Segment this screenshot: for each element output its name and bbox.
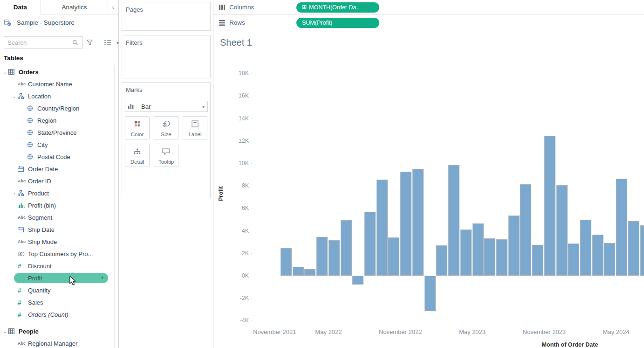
filter-fields-icon[interactable]	[87, 40, 97, 45]
field-quantity[interactable]: #Quantity	[0, 284, 114, 296]
field-discount[interactable]: #Discount	[0, 260, 114, 272]
chevron-right-icon[interactable]: ›	[11, 191, 18, 196]
shelf-cards-pane: Pages Filters Marks Bar ▾ ColorSizeLabel…	[119, 0, 213, 348]
tab-data[interactable]: Data	[0, 0, 41, 14]
field-label: Segment	[28, 214, 52, 221]
bar-jun-2023[interactable]	[484, 238, 495, 276]
datasource-row[interactable]: Sample - Superstore	[0, 15, 118, 30]
sidebar-scrollbar[interactable]	[114, 65, 115, 348]
bar-dec-2023[interactable]	[556, 185, 568, 276]
bar-jul-2024[interactable]	[640, 225, 644, 276]
field-profit[interactable]: #Profit▾	[0, 272, 114, 284]
y-tickmark	[251, 253, 252, 254]
tooltip-button[interactable]: Tooltip	[154, 144, 178, 167]
bar-jan-2022[interactable]	[281, 248, 292, 276]
field-state-province[interactable]: State/Province	[0, 126, 114, 139]
bar-oct-2023[interactable]	[532, 245, 543, 276]
bar-feb-2024[interactable]	[580, 220, 591, 276]
bar-apr-2022[interactable]	[316, 237, 328, 276]
columns-icon	[219, 5, 225, 10]
field-order-date[interactable]: Order Date	[0, 163, 114, 175]
chevron-down-icon[interactable]: ⌄	[2, 329, 8, 334]
field-orders[interactable]: ⌄Orders	[0, 66, 114, 78]
bar-jun-2024[interactable]	[628, 221, 639, 276]
field-people[interactable]: ⌄People	[0, 325, 114, 337]
bar-mark-icon	[128, 104, 138, 109]
field-sales[interactable]: #Sales	[0, 296, 114, 308]
table-icon	[8, 328, 19, 334]
number-icon: #	[18, 263, 28, 270]
bar-may-2022[interactable]	[329, 240, 340, 276]
bar-aug-2023[interactable]	[508, 216, 520, 276]
bar-jun-2022[interactable]	[341, 220, 352, 276]
field-label: Customer Name	[28, 81, 72, 88]
field-label: Region	[37, 117, 56, 124]
field-segment[interactable]: AbcSegment	[0, 211, 114, 223]
bar-nov-2022[interactable]	[400, 172, 411, 276]
view-options-caret-icon[interactable]: ▾	[116, 40, 119, 45]
bar-mar-2023[interactable]	[448, 165, 459, 276]
filters-shelf[interactable]: Filters	[122, 35, 211, 78]
field-location[interactable]: ⌄Location	[0, 90, 114, 102]
chevron-down-icon[interactable]: ⌄	[11, 94, 18, 99]
field-ship-mode[interactable]: AbcShip Mode	[0, 236, 114, 248]
detail-button[interactable]: Detail	[125, 144, 150, 167]
bar-mar-2022[interactable]	[304, 269, 315, 276]
pill-sum-profit[interactable]: SUM(Profit)	[296, 18, 379, 28]
chart-area: Sheet 1 Profit 18K16K14K12K10K8K6K4K2K0K…	[213, 31, 644, 348]
field-region[interactable]: Region	[0, 114, 114, 126]
bar-jul-2023[interactable]	[496, 239, 507, 276]
bar-sep-2023[interactable]	[520, 184, 531, 276]
field-top-customers-by-pro[interactable]: Top Customers by Pro...	[0, 248, 114, 260]
field-label: Profit	[28, 275, 42, 282]
number-icon: #	[18, 287, 28, 294]
field-order-id[interactable]: AbcOrder ID	[0, 175, 114, 187]
rows-shelf[interactable]: Rows SUM(Profit)	[213, 15, 644, 30]
field-customer-name[interactable]: AbcCustomer Name	[0, 78, 114, 90]
abc-icon: Abc	[18, 215, 28, 220]
color-button[interactable]: Color	[125, 116, 150, 139]
field-regional-manager[interactable]: AbcRegional Manager	[0, 337, 114, 348]
collapse-pane-icon[interactable]: ‹	[108, 0, 118, 14]
bar-nov-2023[interactable]	[544, 136, 555, 276]
abc-icon: Abc	[18, 341, 28, 346]
search-box[interactable]	[4, 36, 83, 49]
x-axis-title[interactable]: Month of Order Date	[537, 341, 603, 348]
pill-month-order-date[interactable]: ⊞ MONTH(Order Da..	[296, 2, 379, 13]
bar-mar-2024[interactable]	[592, 235, 603, 276]
calendar-icon	[18, 166, 28, 172]
bar-apr-2023[interactable]	[460, 230, 472, 276]
field-postal-code[interactable]: Postal Code	[0, 151, 114, 163]
bar-aug-2022[interactable]	[364, 212, 376, 276]
tab-analytics[interactable]: Analytics	[41, 0, 108, 14]
view-options-icon[interactable]	[101, 40, 115, 45]
bar-sep-2022[interactable]	[377, 180, 388, 276]
bar-jan-2024[interactable]	[568, 244, 579, 276]
bar-feb-2022[interactable]	[293, 267, 304, 276]
size-button[interactable]: Size	[154, 116, 178, 139]
pages-shelf[interactable]: Pages	[122, 2, 211, 31]
bar-apr-2024[interactable]	[604, 243, 615, 276]
label-button[interactable]: Label	[183, 116, 207, 139]
field-profit-bin[interactable]: Profit (bin)	[0, 199, 114, 211]
columns-shelf[interactable]: Columns ⊞ MONTH(Order Da..	[213, 0, 644, 15]
search-input[interactable]	[4, 39, 72, 46]
y-axis-title[interactable]: Profit	[213, 190, 240, 197]
field-orders-count[interactable]: #Orders (Count)	[0, 308, 114, 320]
bar-jul-2022[interactable]	[352, 276, 363, 285]
mark-type-dropdown[interactable]: Bar ▾	[125, 101, 208, 112]
bar-may-2024[interactable]	[616, 179, 627, 276]
field-menu-caret-icon[interactable]: ▾	[101, 275, 103, 280]
chevron-down-icon[interactable]: ⌄	[2, 70, 8, 75]
bar-jan-2023[interactable]	[425, 276, 436, 311]
expand-field-icon[interactable]: ⊞	[302, 4, 307, 10]
bar-oct-2022[interactable]	[388, 237, 399, 276]
bar-dec-2022[interactable]	[412, 169, 424, 276]
field-label: Order ID	[28, 178, 51, 185]
field-ship-date[interactable]: Ship Date	[0, 223, 114, 236]
bar-may-2023[interactable]	[473, 223, 484, 276]
field-product[interactable]: ›Product	[0, 187, 114, 199]
bar-feb-2023[interactable]	[436, 245, 447, 276]
field-country-region[interactable]: Country/Region	[0, 102, 114, 114]
field-city[interactable]: City	[0, 139, 114, 151]
